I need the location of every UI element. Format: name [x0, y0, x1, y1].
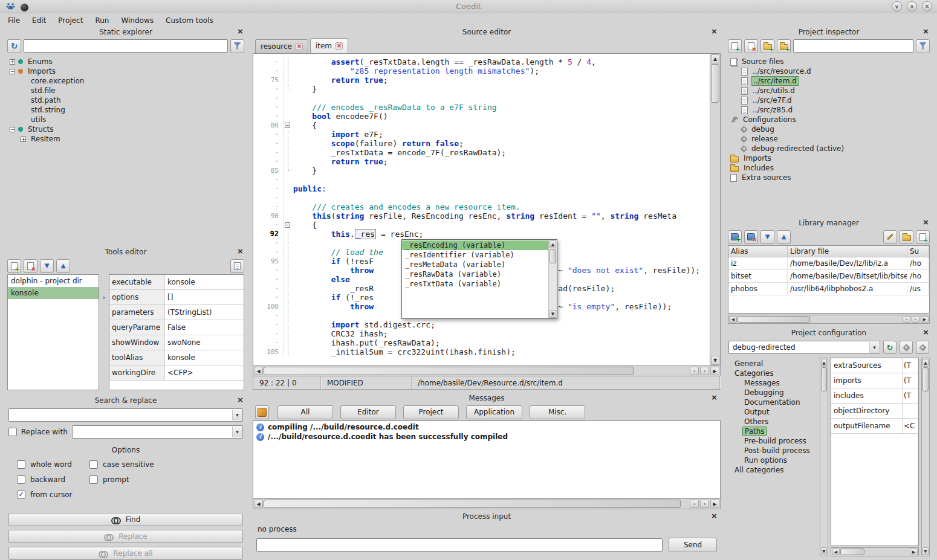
- close-button[interactable]: ×: [922, 1, 932, 11]
- tree-expander-icon[interactable]: −: [10, 127, 15, 132]
- code-line[interactable]: · /// creates and encodes a new resource…: [253, 202, 710, 211]
- code-line[interactable]: 80− {: [253, 121, 710, 130]
- explorer-tree-row[interactable]: −Structs: [5, 124, 247, 134]
- scroll-right-icon[interactable]: ▶: [710, 367, 719, 375]
- window-menu-button[interactable]: [21, 4, 28, 11]
- messages-filter-application[interactable]: Application: [466, 405, 522, 419]
- explorer-tree-row[interactable]: std.string: [5, 105, 247, 115]
- replace-all-button[interactable]: Replace all: [8, 547, 243, 560]
- config-category-row[interactable]: All categories: [729, 465, 817, 475]
- code-line[interactable]: 85 }: [253, 166, 710, 175]
- fold-collapse-icon[interactable]: −: [285, 222, 290, 228]
- property-row[interactable]: toolAliaskonsole: [109, 350, 244, 365]
- config-property-row[interactable]: includes(T: [831, 388, 918, 404]
- explorer-tree-row[interactable]: std.file: [5, 86, 247, 95]
- code-line[interactable]: · assert(_resTxtData.length == _resRawDa…: [253, 57, 710, 66]
- editor-horizontal-scrollbar[interactable]: ◀ ‹ › ▶: [253, 366, 721, 376]
- editor-tab-resource[interactable]: resource×: [255, 39, 308, 53]
- scrollbar-thumb[interactable]: [264, 500, 681, 508]
- chevron-down-icon[interactable]: ▾: [232, 410, 242, 420]
- scroll-up-icon[interactable]: ▲: [821, 359, 827, 367]
- editor-tab-item[interactable]: item×: [310, 38, 348, 53]
- code-line[interactable]: 75 return true;: [253, 76, 710, 85]
- move-tool-up-button[interactable]: ▲: [56, 259, 70, 273]
- checkbox-icon[interactable]: [89, 475, 98, 484]
- config-property-row[interactable]: objectDirectory: [831, 404, 918, 419]
- completion-item[interactable]: _resTxtData (variable): [402, 279, 548, 289]
- code-line[interactable]: ·public:: [253, 184, 710, 193]
- property-row[interactable]: showWindowswoNone: [109, 335, 244, 350]
- explorer-tree-row[interactable]: +Enums: [5, 57, 247, 66]
- messages-filter-all[interactable]: All: [277, 405, 333, 419]
- checkbox-icon[interactable]: ✓: [17, 491, 25, 499]
- property-row[interactable]: queryParameFalse: [109, 320, 244, 335]
- replace-button[interactable]: Replace: [8, 530, 243, 543]
- inspector-tree-row[interactable]: release: [725, 134, 932, 144]
- property-value[interactable]: <CFP>: [165, 365, 244, 380]
- move-library-up-button[interactable]: ▲: [777, 230, 791, 244]
- property-value[interactable]: []: [165, 290, 244, 304]
- inspector-tree-row[interactable]: Configurations: [725, 115, 932, 124]
- explorer-tree-row[interactable]: core.exception: [5, 76, 247, 86]
- process-input-field[interactable]: [256, 538, 663, 552]
- scroll-down-icon[interactable]: ▼: [711, 356, 719, 365]
- grid-vertical-scrollbar[interactable]: ▲ ▼: [921, 358, 930, 556]
- register-sources-button[interactable]: [777, 39, 791, 53]
- nudge-left-icon[interactable]: ‹: [690, 500, 699, 508]
- scroll-left-icon[interactable]: ◀: [832, 549, 840, 555]
- scroll-down-icon[interactable]: ▼: [922, 547, 929, 555]
- remove-tool-button[interactable]: [24, 259, 37, 273]
- code-line[interactable]: · ihash.put(_resRawData);: [253, 338, 710, 347]
- menu-item-windows[interactable]: Windows: [115, 14, 159, 27]
- tree-expander-icon[interactable]: +: [21, 137, 26, 142]
- completion-scrollbar[interactable]: ▲ ▼: [548, 240, 557, 318]
- property-row[interactable]: executablekonsole: [109, 275, 244, 290]
- close-panel-icon[interactable]: ×: [710, 27, 719, 36]
- editor-vertical-scrollbar[interactable]: ▲ ▼: [710, 54, 720, 365]
- messages-filter-editor[interactable]: Editor: [340, 405, 396, 419]
- code-line[interactable]: · CRC32 ihash;: [253, 329, 710, 338]
- messages-filter-project[interactable]: Project: [403, 405, 459, 419]
- library-column-header[interactable]: Alias: [728, 246, 788, 257]
- explorer-tree-row[interactable]: +ResItem: [5, 134, 247, 144]
- inspector-tree-row[interactable]: debug-redirected (active): [725, 144, 932, 153]
- menu-item-custom-tools[interactable]: Custom tools: [160, 14, 219, 27]
- chevron-down-icon[interactable]: ▾: [232, 426, 242, 437]
- filter-button[interactable]: [916, 39, 930, 53]
- config-property-row[interactable]: imports(T: [831, 373, 918, 388]
- property-value[interactable]: swoNone: [165, 335, 244, 350]
- completion-item[interactable]: _resRawData (variable): [402, 269, 548, 279]
- close-tab-icon[interactable]: ×: [336, 42, 343, 50]
- scroll-right-icon[interactable]: ▶: [921, 316, 929, 323]
- config-category-row[interactable]: Others: [729, 417, 817, 426]
- code-line[interactable]: · scope(failure) return false;: [253, 139, 710, 148]
- replace-with-combo[interactable]: ▾: [72, 425, 243, 439]
- code-line[interactable]: · bool encodee7F(): [253, 112, 710, 121]
- move-library-down-button[interactable]: ▼: [760, 230, 774, 244]
- library-horizontal-scrollbar[interactable]: ◀ ‹ › ▶: [728, 315, 930, 324]
- close-panel-icon[interactable]: ×: [236, 396, 245, 405]
- scrollbar-thumb[interactable]: [922, 367, 929, 391]
- clear-messages-button[interactable]: [255, 405, 269, 419]
- property-value[interactable]: (T: [903, 358, 918, 373]
- code-line[interactable]: · }: [253, 85, 710, 94]
- replace-with-checkbox[interactable]: [8, 428, 17, 436]
- code-line[interactable]: · /// encodes _resRawData to a e7F strin…: [253, 103, 710, 112]
- config-category-row[interactable]: Debugging: [729, 388, 817, 397]
- inspector-tree-row[interactable]: ../src/resource.d: [725, 66, 932, 76]
- send-button[interactable]: Send: [669, 538, 717, 552]
- tree-expander-icon[interactable]: +: [10, 59, 15, 65]
- editor-viewport[interactable]: · assert(_resTxtData.length == _resRawDa…: [253, 53, 721, 366]
- chevron-down-icon[interactable]: ▾: [869, 342, 879, 353]
- close-panel-icon[interactable]: ×: [921, 328, 930, 337]
- property-row[interactable]: options[]: [109, 290, 244, 305]
- symbol-filter-input[interactable]: [24, 39, 228, 53]
- property-row[interactable]: parameters(TStringList): [109, 305, 244, 320]
- scrollbar-thumb[interactable]: [550, 249, 556, 263]
- move-tool-down-button[interactable]: ▼: [40, 259, 54, 273]
- config-property-row[interactable]: extraSources(T: [831, 358, 918, 373]
- code-line[interactable]: ·− {: [253, 220, 710, 230]
- explorer-tree-row[interactable]: −Imports: [5, 66, 247, 76]
- library-row[interactable]: bitset/home/basile/Dev/Bitset/lib/bitse/…: [728, 270, 929, 283]
- config-category-row[interactable]: General: [729, 359, 817, 369]
